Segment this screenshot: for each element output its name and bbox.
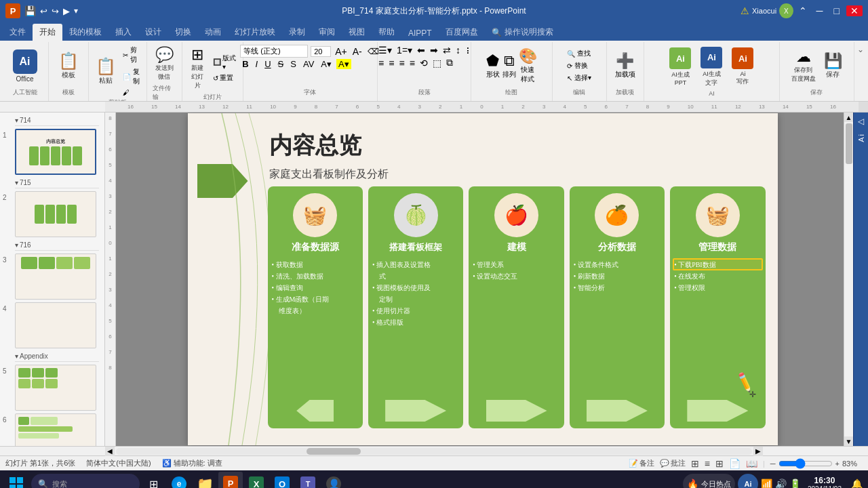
reset-button[interactable]: ↺重置 xyxy=(212,73,239,83)
smartart-button[interactable]: ⧉ xyxy=(445,57,454,68)
slide-title[interactable]: 内容总览 xyxy=(269,130,361,161)
font-color-button[interactable]: A▾ xyxy=(319,59,334,69)
zoom-range[interactable] xyxy=(778,458,833,469)
tab-baidu[interactable]: 百度网盘 xyxy=(439,24,485,41)
vertical-scrollbar[interactable]: ▲ ▼ xyxy=(844,113,853,446)
quick-access-undo[interactable]: ↩ xyxy=(40,6,47,16)
taskbar-search[interactable]: 🔍 搜索 xyxy=(31,474,140,488)
quick-access-more[interactable]: ▾ xyxy=(74,6,78,16)
ribbon-expand[interactable]: ⌄ xyxy=(854,42,867,101)
align-left[interactable]: ≡ xyxy=(377,58,385,68)
view-notes[interactable]: 📄 xyxy=(729,458,741,469)
tab-file[interactable]: 文件 xyxy=(3,24,33,41)
bullet-list-button[interactable]: ☰▾ xyxy=(377,45,393,56)
select-button[interactable]: ↖选择▾ xyxy=(566,73,593,83)
slide-item-2[interactable]: 2 xyxy=(15,191,99,237)
indent-decrease[interactable]: ⬅ xyxy=(416,45,427,56)
format-painter-button[interactable]: 🖌 xyxy=(121,88,142,97)
font-size-select[interactable]: 20 xyxy=(311,46,331,57)
slide-canvas[interactable]: 内容总览 家庭支出看板制作及分析 🧺 准备数据源 • 获取数据 • 清洗、加载数… xyxy=(188,113,778,445)
template-button[interactable]: 📋 模板 xyxy=(54,45,83,87)
font-name-select[interactable]: 等线 (正文) xyxy=(240,45,308,58)
slide-item-6[interactable]: 6 xyxy=(15,413,99,446)
underline-button[interactable]: U xyxy=(262,59,273,69)
user-name[interactable]: Xiaocui xyxy=(752,7,776,15)
tab-record[interactable]: 录制 xyxy=(282,24,312,41)
volume-icon[interactable]: 🔊 xyxy=(775,479,787,488)
tab-insert[interactable]: 插入 xyxy=(108,24,138,41)
zoom-level[interactable]: 83% xyxy=(842,460,863,468)
slide-thumbnail-1[interactable]: 内容总览 xyxy=(15,129,96,175)
close-button[interactable]: ✕ xyxy=(846,5,863,16)
rtl-button[interactable]: ⇄ xyxy=(441,45,452,56)
highlight-button[interactable]: A▾ xyxy=(336,59,351,69)
slide-item-3[interactable]: 3 xyxy=(15,253,99,300)
strikethrough-button[interactable]: S xyxy=(276,59,286,69)
slide-item-5[interactable]: 5 xyxy=(15,365,99,411)
taskbar-excel[interactable]: X xyxy=(244,472,269,488)
notifications[interactable]: 🔔 xyxy=(848,479,865,488)
tab-review[interactable]: 审阅 xyxy=(312,24,342,41)
scroll-right[interactable]: ▶ xyxy=(753,447,763,456)
card-1[interactable]: 🧺 准备数据源 • 获取数据 • 清洗、加载数据 • 编辑查询 • 生成M函数（… xyxy=(268,186,363,428)
view-reading[interactable]: 📖 xyxy=(746,458,757,469)
clock[interactable]: 16:30 2024/11/03 xyxy=(804,476,846,489)
align-center[interactable]: ≡ xyxy=(387,58,395,68)
zoom-decrease[interactable]: ─ xyxy=(770,460,776,468)
slide-thumbnail-6[interactable] xyxy=(15,413,96,446)
maximize-button[interactable]: □ xyxy=(830,5,844,16)
taskbar-explorer[interactable]: 📁 xyxy=(193,472,217,488)
quick-access-present[interactable]: ▶ xyxy=(63,6,70,16)
card-3[interactable]: 🍎 建模 • 管理关系 • 设置动态交互 xyxy=(469,186,564,428)
taskbar-edge[interactable]: e xyxy=(167,472,191,488)
copy-button[interactable]: 📄复制 xyxy=(121,66,142,87)
tab-help[interactable]: 帮助 xyxy=(372,24,401,41)
view-outline[interactable]: ≡ xyxy=(705,458,710,469)
slide-thumbnail-5[interactable] xyxy=(15,365,96,411)
font-size-decrease[interactable]: A- xyxy=(351,46,363,57)
quick-styles-button[interactable]: 🎨 快速样式 xyxy=(519,47,537,84)
find-button[interactable]: 🔍查找 xyxy=(566,48,593,59)
tab-view[interactable]: 视图 xyxy=(342,24,372,41)
ai-generate-text-button[interactable]: Ai AI生成文字 xyxy=(698,45,725,89)
tab-slideshow[interactable]: 幻灯片放映 xyxy=(228,24,282,41)
taskbar-app1[interactable]: 👤 xyxy=(321,472,346,488)
replace-button[interactable]: ⟳替换 xyxy=(566,60,593,71)
slide-item-1[interactable]: 1 内容总览 xyxy=(15,129,99,175)
view-normal[interactable]: ⊞ xyxy=(691,458,699,469)
font-size-increase[interactable]: A+ xyxy=(334,46,349,57)
hscroll-thumb[interactable] xyxy=(307,448,361,455)
search-operations[interactable]: 🔍 操作说明搜索 xyxy=(485,24,560,41)
scroll-up[interactable]: ▲ xyxy=(844,113,853,122)
network-icon[interactable]: 📶 xyxy=(761,479,772,488)
tab-transitions[interactable]: 切换 xyxy=(168,24,198,41)
send-wechat-button[interactable]: 💬 发送到微信 xyxy=(153,45,176,83)
ai-sidebar-collapse[interactable]: ◁ xyxy=(856,115,865,127)
italic-button[interactable]: I xyxy=(254,59,260,69)
align-right[interactable]: ≡ xyxy=(397,58,406,68)
scroll-left[interactable]: ◀ xyxy=(105,447,115,456)
scroll-thumb-v[interactable] xyxy=(846,123,852,164)
task-view-button[interactable]: ⊞ xyxy=(141,472,165,488)
new-slide-button[interactable]: ⊞ 新建幻灯片 xyxy=(186,45,209,92)
shapes-button[interactable]: ⬟ 形状 xyxy=(486,52,500,79)
start-button[interactable] xyxy=(3,472,30,488)
user-avatar[interactable]: X xyxy=(779,3,793,18)
paste-button[interactable]: 📋 粘贴 xyxy=(93,56,119,87)
bold-button[interactable]: B xyxy=(240,59,250,69)
ribbon-collapse[interactable]: ⌃ xyxy=(796,5,810,16)
tab-home[interactable]: 开始 xyxy=(33,24,62,41)
cut-button[interactable]: ✂剪切 xyxy=(121,45,142,65)
scroll-down[interactable]: ▼ xyxy=(844,436,853,446)
card-2[interactable]: 🍈 搭建看板框架 • 插入图表及设置格 式 • 视图模板的使用及 定制 • 使用… xyxy=(368,186,463,428)
layout-button[interactable]: 🔲版式▾ xyxy=(212,53,239,71)
view-sorter[interactable]: ⊞ xyxy=(715,458,724,469)
ai-generate-ppt-button[interactable]: Ai AI生成PPT xyxy=(667,46,694,87)
tab-design[interactable]: 设计 xyxy=(138,24,168,41)
quick-access-save[interactable]: 💾 xyxy=(24,5,36,16)
ai-tray-button[interactable]: Ai xyxy=(738,474,758,488)
tab-aippt[interactable]: AIPPT xyxy=(401,26,439,41)
char-spacing-button[interactable]: AV xyxy=(301,59,316,69)
zoom-increase[interactable]: + xyxy=(835,460,840,468)
taskbar-outlook[interactable]: O xyxy=(270,472,294,488)
